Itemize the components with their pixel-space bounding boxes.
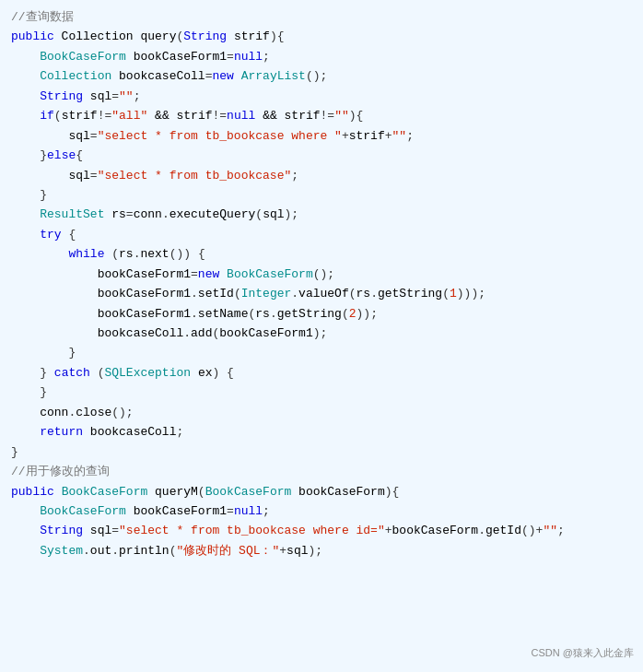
watermark: CSDN @猿来入此金库: [532, 644, 634, 661]
line-23: }: [11, 442, 632, 462]
line-28: System.out.println("修改时的 SQL："+sql);: [11, 541, 632, 560]
line-22: return bookcaseColl;: [11, 422, 632, 442]
code-container: //查询数据 public Collection query(String st…: [0, 0, 643, 672]
line-10: }: [11, 185, 632, 205]
line-21: conn.close();: [11, 403, 632, 422]
line-9: sql="select * from tb_bookcase";: [11, 166, 632, 185]
line-1: //查询数据: [11, 7, 632, 27]
line-7: sql="select * from tb_bookcase where "+s…: [11, 126, 632, 146]
line-2: public Collection query(String strif){: [11, 27, 632, 46]
line-6: if(strif!="all" && strif!=null && strif!…: [11, 106, 632, 125]
line-25: public BookCaseForm queryM(BookCaseForm …: [11, 482, 632, 501]
line-4: Collection bookcaseColl=new ArrayList();: [11, 66, 632, 86]
line-13: while (rs.next()) {: [11, 244, 632, 264]
line-12: try {: [11, 225, 632, 244]
line-15: bookCaseForm1.setId(Integer.valueOf(rs.g…: [11, 284, 632, 303]
line-17: bookcaseColl.add(bookCaseForm1);: [11, 324, 632, 343]
line-18: }: [11, 343, 632, 362]
line-20: }: [11, 383, 632, 402]
line-19: } catch (SQLException ex) {: [11, 363, 632, 383]
line-14: bookCaseForm1=new BookCaseForm();: [11, 265, 632, 284]
line-27: String sql="select * from tb_bookcase wh…: [11, 521, 632, 540]
line-5: String sql="";: [11, 87, 632, 106]
line-8: }else{: [11, 146, 632, 165]
line-3: BookCaseForm bookCaseForm1=null;: [11, 47, 632, 66]
line-11: ResultSet rs=conn.executeQuery(sql);: [11, 205, 632, 224]
line-26: BookCaseForm bookCaseForm1=null;: [11, 501, 632, 521]
line-16: bookCaseForm1.setName(rs.getString(2));: [11, 304, 632, 324]
line-24: //用于修改的查询: [11, 462, 632, 481]
